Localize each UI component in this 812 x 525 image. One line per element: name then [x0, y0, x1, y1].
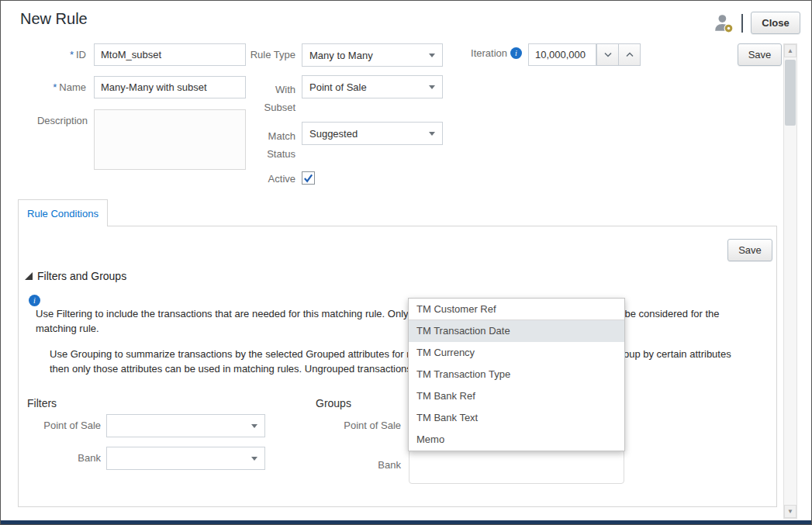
- name-field[interactable]: [94, 76, 246, 98]
- group-point-of-sale-label: Point of Sale: [290, 420, 401, 431]
- new-rule-dialog: New Rule Close *ID Rule Type Many to Man…: [0, 0, 812, 525]
- filters-and-groups-toggle[interactable]: Filters and Groups: [25, 270, 126, 282]
- scroll-up-button[interactable]: ▲: [784, 44, 796, 57]
- chevron-down-icon: [251, 424, 257, 428]
- required-marker: *: [53, 81, 57, 93]
- group-bank-field[interactable]: [409, 450, 624, 484]
- group-bank-label: Bank: [290, 459, 401, 471]
- scroll-down-button[interactable]: ▼: [784, 505, 796, 518]
- attribute-dropdown-list: TM Customer Ref TM Transaction Date TM C…: [408, 298, 625, 451]
- iteration-label: Iteration i: [457, 47, 522, 59]
- header-divider: [741, 14, 743, 33]
- filter-bank-select[interactable]: [106, 447, 265, 470]
- dropdown-option[interactable]: TM Bank Text: [409, 407, 624, 429]
- chevron-down-icon: [429, 132, 435, 136]
- dropdown-option[interactable]: TM Bank Ref: [409, 385, 624, 407]
- match-status-select[interactable]: Suggested: [302, 122, 443, 145]
- info-icon[interactable]: i: [29, 295, 40, 306]
- match-status-label: Match Status: [253, 127, 295, 163]
- filter-bank-label: Bank: [19, 452, 101, 464]
- name-label: *Name: [24, 81, 86, 93]
- vertical-scrollbar[interactable]: ▲ ▼: [783, 43, 797, 519]
- dropdown-option[interactable]: Memo: [409, 429, 624, 451]
- filter-point-of-sale-label: Point of Sale: [19, 420, 101, 431]
- section-title: Filters and Groups: [37, 270, 126, 282]
- description-textarea[interactable]: [94, 109, 246, 170]
- with-subset-select[interactable]: Point of Sale: [302, 75, 443, 98]
- id-label: *ID: [24, 49, 86, 60]
- filter-point-of-sale-select[interactable]: [106, 414, 265, 437]
- check-icon: [303, 173, 313, 183]
- id-field[interactable]: [94, 43, 246, 66]
- grouping-description: Use Grouping to summarize transactions b…: [50, 347, 736, 376]
- collapse-triangle-icon: [25, 272, 33, 280]
- rule-type-value: Many to Many: [309, 50, 373, 61]
- chevron-down-icon: [251, 457, 257, 461]
- iteration-increment-button[interactable]: [618, 43, 641, 66]
- with-subset-label: With Subset: [253, 81, 295, 116]
- tab-rule-conditions[interactable]: Rule Conditions: [18, 199, 108, 226]
- window-bottom-border: [1, 520, 811, 524]
- chevron-down-icon: [429, 85, 435, 89]
- iteration-spinner-input[interactable]: [528, 43, 596, 66]
- scroll-thumb[interactable]: [785, 60, 796, 126]
- rule-conditions-panel: Save Filters and Groups i Use Filtering …: [18, 226, 777, 507]
- dropdown-option[interactable]: TM Currency: [409, 342, 624, 364]
- active-checkbox[interactable]: [302, 171, 315, 185]
- rule-type-select[interactable]: Many to Many: [302, 43, 443, 67]
- dropdown-option[interactable]: TM Customer Ref: [409, 299, 624, 320]
- description-label: Description: [24, 115, 88, 126]
- chevron-down-icon: [429, 54, 435, 57]
- close-button[interactable]: Close: [751, 12, 800, 34]
- header-actions: Close: [714, 12, 800, 34]
- dropdown-option[interactable]: TM Transaction Date: [409, 320, 624, 342]
- required-marker: *: [70, 49, 74, 60]
- panel-save-button[interactable]: Save: [727, 239, 772, 261]
- page-title: New Rule: [20, 10, 88, 28]
- filters-section-title: Filters: [27, 397, 57, 409]
- user-roles-icon[interactable]: [714, 13, 734, 33]
- save-button[interactable]: Save: [738, 43, 782, 66]
- rule-type-label: Rule Type: [247, 49, 295, 60]
- info-icon[interactable]: i: [510, 47, 522, 59]
- groups-section-title: Groups: [316, 397, 351, 409]
- dropdown-option[interactable]: TM Transaction Type: [409, 364, 624, 385]
- with-subset-value: Point of Sale: [309, 81, 367, 93]
- match-status-value: Suggested: [309, 128, 358, 140]
- iteration-decrement-button[interactable]: [596, 43, 619, 66]
- active-label: Active: [253, 173, 295, 185]
